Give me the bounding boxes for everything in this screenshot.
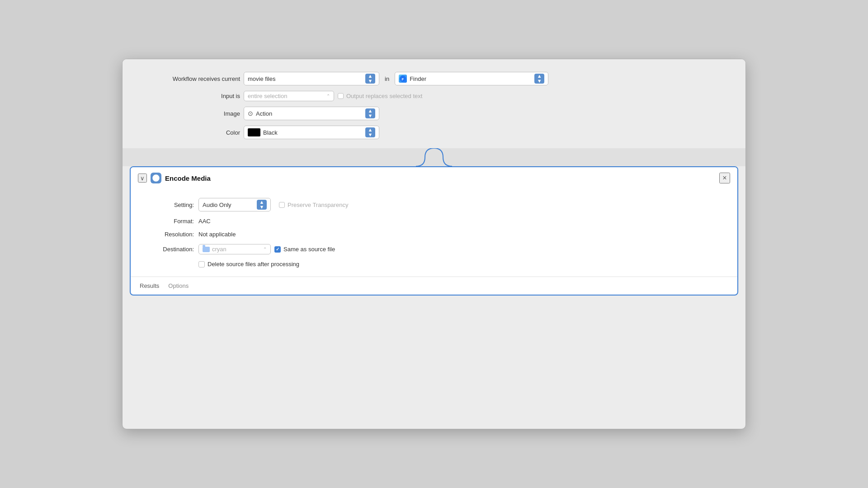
destination-label: Destination: [144,246,194,253]
destination-value: cryan [212,246,261,253]
destination-select[interactable]: cryan ⌃ [198,244,271,254]
input-is-row: Input is entire selection ⌃ Output repla… [150,91,422,101]
setting-stepper[interactable]: ▲▼ [257,200,267,210]
workflow-receives-select[interactable]: movie files ▲▼ [244,72,379,85]
collapse-button[interactable]: ∨ [138,174,147,183]
workflow-config-section: Workflow receives current movie files ▲▼… [123,59,745,148]
output-replaces-label: Output replaces selected text [346,93,422,99]
finder-stepper[interactable]: ▲▼ [534,74,544,84]
delete-source-label: Delete source files after processing [208,261,299,267]
setting-select[interactable]: Audio Only ▲▼ [198,198,271,211]
resolution-label: Resolution: [144,231,194,238]
collapse-icon: ∨ [140,175,145,182]
card-header: ∨ Encode Media × [131,167,737,189]
workflow-receives-stepper[interactable]: ▲▼ [365,74,375,84]
color-swatch [248,128,260,136]
encode-media-icon [151,173,161,183]
input-is-select[interactable]: entire selection ⌃ [244,91,334,101]
connector-area [123,148,745,166]
destination-chevron: ⌃ [263,247,267,252]
setting-row: Setting: Audio Only ▲▼ Preserve Transpar… [144,198,724,211]
card-title: Encode Media [165,174,716,182]
output-replaces-row: Output replaces selected text [338,93,422,99]
same-as-source-label: Same as source file [283,246,335,253]
format-row: Format: AAC [144,218,724,225]
workflow-receives-row: Workflow receives current movie files ▲▼… [150,72,548,85]
resolution-row: Resolution: Not applicable [144,231,724,238]
svg-text:F: F [402,77,404,81]
in-label: in [385,75,389,82]
input-is-value: entire selection [248,93,326,99]
close-button[interactable]: × [719,173,730,183]
tab-options[interactable]: Options [168,282,189,289]
format-value: AAC [198,218,211,225]
setting-value: Audio Only [203,202,255,208]
color-row: Color Black ▲▼ [150,126,379,139]
finder-label: Finder [410,75,530,82]
finder-select[interactable]: F Finder ▲▼ [395,72,548,85]
format-label: Format: [144,218,194,225]
color-stepper[interactable]: ▲▼ [365,127,375,137]
output-replaces-checkbox[interactable] [338,93,344,99]
delete-source-row: Delete source files after processing [198,261,724,267]
destination-controls: cryan ⌃ Same as source file [198,244,335,254]
setting-label: Setting: [144,202,194,208]
same-as-source-checkbox[interactable] [274,246,281,253]
preserve-transparency-row: Preserve Transparency [279,202,348,208]
color-value: Black [263,129,363,136]
finder-icon: F [399,75,407,83]
action-icon: ⊙ [248,110,253,117]
workflow-receives-label: Workflow receives current [150,75,240,82]
same-as-source-row: Same as source file [274,246,335,253]
color-label: Color [150,129,240,136]
color-select[interactable]: Black ▲▼ [244,126,379,139]
tab-results[interactable]: Results [140,282,159,289]
image-row: Image ⊙ Action ▲▼ [150,107,379,120]
input-is-label: Input is [150,93,240,99]
resolution-value: Not applicable [198,231,236,238]
image-select[interactable]: ⊙ Action ▲▼ [244,107,379,120]
delete-source-checkbox[interactable] [198,261,205,267]
card-footer: Results Options [131,277,737,295]
svg-point-3 [155,177,157,179]
image-label: Image [150,110,240,117]
preserve-transparency-label: Preserve Transparency [288,202,348,208]
image-stepper[interactable]: ▲▼ [365,108,375,118]
main-window: Workflow receives current movie files ▲▼… [122,59,746,429]
card-body: Setting: Audio Only ▲▼ Preserve Transpar… [131,189,737,277]
folder-icon [203,247,210,252]
input-is-chevron: ⌃ [326,94,330,99]
connector-svg [416,148,452,166]
workflow-receives-value: movie files [248,75,363,82]
image-value: Action [256,110,363,117]
destination-row: Destination: cryan ⌃ Same as source file [144,244,724,254]
preserve-transparency-checkbox[interactable] [279,202,285,208]
encode-media-card: ∨ Encode Media × Setting: Audio Only ▲▼ [130,166,738,296]
